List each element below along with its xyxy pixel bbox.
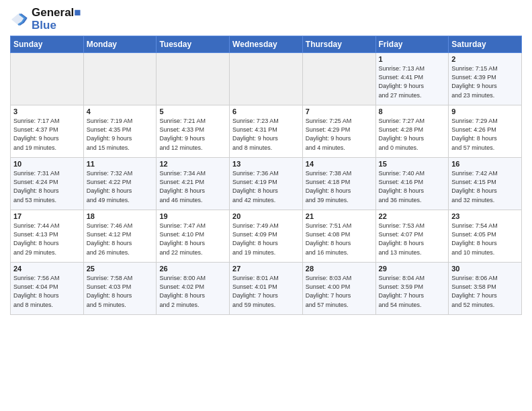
header-day-thursday: Thursday: [302, 36, 375, 53]
day-cell: 5Sunrise: 7:21 AM Sunset: 4:33 PM Daylig…: [157, 105, 230, 158]
day-cell: 4Sunrise: 7:19 AM Sunset: 4:35 PM Daylig…: [83, 105, 157, 158]
day-number: 26: [159, 265, 226, 273]
day-number: 20: [232, 212, 300, 220]
day-number: 2: [451, 55, 519, 63]
header-row: SundayMondayTuesdayWednesdayThursdayFrid…: [11, 36, 522, 53]
day-cell: 6Sunrise: 7:23 AM Sunset: 4:31 PM Daylig…: [230, 105, 303, 158]
day-cell: 23Sunrise: 7:54 AM Sunset: 4:05 PM Dayli…: [449, 210, 522, 263]
day-cell: 24Sunrise: 7:56 AM Sunset: 4:04 PM Dayli…: [11, 263, 84, 315]
day-info: Sunrise: 7:49 AM Sunset: 4:09 PM Dayligh…: [232, 222, 300, 257]
day-cell: 20Sunrise: 7:49 AM Sunset: 4:09 PM Dayli…: [230, 210, 303, 263]
day-cell: 30Sunrise: 8:06 AM Sunset: 3:58 PM Dayli…: [449, 263, 522, 315]
day-number: 17: [13, 212, 81, 220]
header-day-saturday: Saturday: [449, 36, 522, 53]
day-number: 5: [159, 107, 226, 116]
day-info: Sunrise: 7:23 AM Sunset: 4:31 PM Dayligh…: [232, 117, 300, 152]
day-number: 27: [232, 265, 300, 273]
day-info: Sunrise: 8:00 AM Sunset: 4:02 PM Dayligh…: [159, 274, 226, 309]
day-info: Sunrise: 7:53 AM Sunset: 4:07 PM Dayligh…: [379, 222, 446, 257]
header-day-wednesday: Wednesday: [230, 36, 303, 53]
day-info: Sunrise: 7:40 AM Sunset: 4:16 PM Dayligh…: [379, 169, 446, 204]
day-number: 11: [87, 160, 154, 168]
week-row-1: 1Sunrise: 7:13 AM Sunset: 4:41 PM Daylig…: [11, 53, 522, 105]
day-number: 9: [451, 107, 519, 116]
day-info: Sunrise: 7:27 AM Sunset: 4:28 PM Dayligh…: [379, 117, 446, 152]
week-row-3: 10Sunrise: 7:31 AM Sunset: 4:24 PM Dayli…: [11, 158, 522, 210]
day-cell: 27Sunrise: 8:01 AM Sunset: 4:01 PM Dayli…: [230, 263, 303, 315]
day-cell: 28Sunrise: 8:03 AM Sunset: 4:00 PM Dayli…: [302, 263, 375, 315]
day-info: Sunrise: 8:01 AM Sunset: 4:01 PM Dayligh…: [232, 274, 300, 309]
day-cell: 1Sunrise: 7:13 AM Sunset: 4:41 PM Daylig…: [375, 53, 449, 105]
day-info: Sunrise: 7:15 AM Sunset: 4:39 PM Dayligh…: [451, 64, 519, 99]
day-number: 13: [232, 160, 300, 168]
day-info: Sunrise: 7:51 AM Sunset: 4:08 PM Dayligh…: [306, 222, 373, 257]
day-info: Sunrise: 7:21 AM Sunset: 4:33 PM Dayligh…: [159, 117, 226, 152]
day-info: Sunrise: 7:34 AM Sunset: 4:21 PM Dayligh…: [159, 169, 226, 204]
day-number: 22: [379, 212, 446, 220]
day-info: Sunrise: 8:04 AM Sunset: 3:59 PM Dayligh…: [379, 274, 446, 309]
day-cell: [83, 53, 157, 105]
day-cell: 19Sunrise: 7:47 AM Sunset: 4:10 PM Dayli…: [157, 210, 230, 263]
day-number: 21: [306, 212, 373, 220]
day-info: Sunrise: 8:06 AM Sunset: 3:58 PM Dayligh…: [451, 274, 519, 309]
day-cell: 15Sunrise: 7:40 AM Sunset: 4:16 PM Dayli…: [375, 158, 449, 210]
day-cell: 21Sunrise: 7:51 AM Sunset: 4:08 PM Dayli…: [302, 210, 375, 263]
day-cell: [302, 53, 375, 105]
day-number: 4: [87, 107, 154, 116]
logo-icon: [10, 10, 29, 29]
day-info: Sunrise: 7:46 AM Sunset: 4:12 PM Dayligh…: [87, 222, 154, 257]
header: General■ Blue: [10, 7, 522, 32]
day-cell: 22Sunrise: 7:53 AM Sunset: 4:07 PM Dayli…: [375, 210, 449, 263]
day-cell: 18Sunrise: 7:46 AM Sunset: 4:12 PM Dayli…: [83, 210, 157, 263]
day-number: 8: [379, 107, 446, 116]
day-cell: 16Sunrise: 7:42 AM Sunset: 4:15 PM Dayli…: [449, 158, 522, 210]
day-number: 6: [232, 107, 300, 116]
day-cell: 10Sunrise: 7:31 AM Sunset: 4:24 PM Dayli…: [11, 158, 84, 210]
day-cell: 3Sunrise: 7:17 AM Sunset: 4:37 PM Daylig…: [11, 105, 84, 158]
day-cell: 7Sunrise: 7:25 AM Sunset: 4:29 PM Daylig…: [302, 105, 375, 158]
header-day-friday: Friday: [375, 36, 449, 53]
day-info: Sunrise: 7:19 AM Sunset: 4:35 PM Dayligh…: [87, 117, 154, 152]
header-day-monday: Monday: [83, 36, 157, 53]
day-cell: 8Sunrise: 7:27 AM Sunset: 4:28 PM Daylig…: [375, 105, 449, 158]
week-row-5: 24Sunrise: 7:56 AM Sunset: 4:04 PM Dayli…: [11, 263, 522, 315]
day-number: 12: [159, 160, 226, 168]
day-info: Sunrise: 7:44 AM Sunset: 4:13 PM Dayligh…: [13, 222, 81, 257]
page-container: General■ Blue SundayMondayTuesdayWednesd…: [0, 0, 532, 320]
day-number: 30: [451, 265, 519, 273]
header-day-sunday: Sunday: [11, 36, 84, 53]
day-cell: 11Sunrise: 7:32 AM Sunset: 4:22 PM Dayli…: [83, 158, 157, 210]
day-info: Sunrise: 7:42 AM Sunset: 4:15 PM Dayligh…: [451, 169, 519, 204]
day-cell: 26Sunrise: 8:00 AM Sunset: 4:02 PM Dayli…: [157, 263, 230, 315]
day-number: 23: [451, 212, 519, 220]
day-number: 15: [379, 160, 446, 168]
week-row-4: 17Sunrise: 7:44 AM Sunset: 4:13 PM Dayli…: [11, 210, 522, 263]
day-info: Sunrise: 8:03 AM Sunset: 4:00 PM Dayligh…: [306, 274, 373, 309]
day-info: Sunrise: 7:38 AM Sunset: 4:18 PM Dayligh…: [306, 169, 373, 204]
day-number: 25: [87, 265, 154, 273]
day-info: Sunrise: 7:54 AM Sunset: 4:05 PM Dayligh…: [451, 222, 519, 257]
day-number: 14: [306, 160, 373, 168]
calendar-table: SundayMondayTuesdayWednesdayThursdayFrid…: [10, 36, 522, 315]
day-info: Sunrise: 7:36 AM Sunset: 4:19 PM Dayligh…: [232, 169, 300, 204]
day-cell: 2Sunrise: 7:15 AM Sunset: 4:39 PM Daylig…: [449, 53, 522, 105]
day-cell: 14Sunrise: 7:38 AM Sunset: 4:18 PM Dayli…: [302, 158, 375, 210]
logo-text: General■ Blue: [32, 7, 81, 32]
day-cell: 17Sunrise: 7:44 AM Sunset: 4:13 PM Dayli…: [11, 210, 84, 263]
day-number: 19: [159, 212, 226, 220]
day-info: Sunrise: 7:13 AM Sunset: 4:41 PM Dayligh…: [379, 64, 446, 99]
day-number: 3: [13, 107, 81, 116]
day-number: 7: [306, 107, 373, 116]
day-cell: 29Sunrise: 8:04 AM Sunset: 3:59 PM Dayli…: [375, 263, 449, 315]
day-info: Sunrise: 7:17 AM Sunset: 4:37 PM Dayligh…: [13, 117, 81, 152]
day-cell: 25Sunrise: 7:58 AM Sunset: 4:03 PM Dayli…: [83, 263, 157, 315]
day-info: Sunrise: 7:56 AM Sunset: 4:04 PM Dayligh…: [13, 274, 81, 309]
day-info: Sunrise: 7:31 AM Sunset: 4:24 PM Dayligh…: [13, 169, 81, 204]
day-number: 10: [13, 160, 81, 168]
day-info: Sunrise: 7:32 AM Sunset: 4:22 PM Dayligh…: [87, 169, 154, 204]
day-number: 16: [451, 160, 519, 168]
day-info: Sunrise: 7:58 AM Sunset: 4:03 PM Dayligh…: [87, 274, 154, 309]
day-cell: 12Sunrise: 7:34 AM Sunset: 4:21 PM Dayli…: [157, 158, 230, 210]
day-info: Sunrise: 7:47 AM Sunset: 4:10 PM Dayligh…: [159, 222, 226, 257]
day-number: 1: [379, 55, 446, 63]
